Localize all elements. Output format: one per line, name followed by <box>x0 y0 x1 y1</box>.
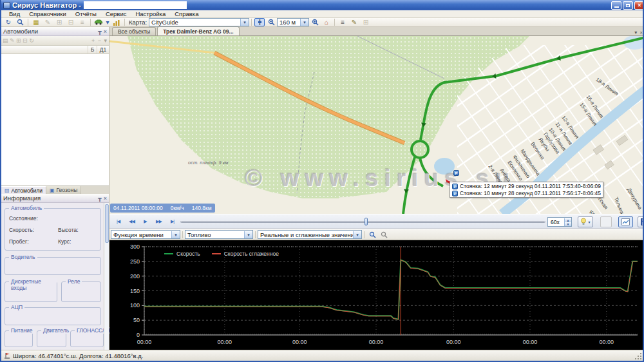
menu-servis[interactable]: Сервис <box>102 10 131 17</box>
field-state: Состояние: <box>9 215 38 222</box>
edit-icon[interactable]: ✎ <box>43 18 53 26</box>
chart-controls: Функция времени ▾ Топливо ▾ Реальные и с… <box>109 229 644 240</box>
speed-spinner[interactable]: 60x ▲ ▼ <box>547 217 572 227</box>
save-button[interactable] <box>638 216 644 227</box>
legend-list-icon[interactable]: ≡ <box>337 18 348 26</box>
zoom-out-icon[interactable] <box>266 18 276 26</box>
tab-all-objects[interactable]: Все объекты <box>112 27 156 35</box>
info-panel-title: Информация <box>3 195 41 202</box>
step-first-icon[interactable]: |◀ <box>112 216 124 227</box>
vehicles-panel-title: Автомобили <box>3 28 38 35</box>
chart-toggle-button[interactable] <box>618 216 633 227</box>
chart-mode-combobox[interactable]: Функция времени ▾ <box>111 230 180 239</box>
disabled-button <box>600 216 612 227</box>
remove-icon[interactable]: − <box>98 37 102 44</box>
status-bar: Широта: 46.47401°с.ш. Долгота: 41.48016°… <box>1 350 643 361</box>
group-adc-title: АЦП <box>9 304 24 310</box>
parking-icon: P <box>452 191 458 196</box>
search-icon[interactable] <box>15 18 25 26</box>
refresh-icon[interactable]: ↻ <box>3 18 14 26</box>
timeline-slider-handle[interactable] <box>365 218 368 225</box>
column-d1[interactable]: Д1 <box>97 46 109 53</box>
remove-row-icon[interactable]: ⊟ <box>66 18 76 26</box>
group-engine-title: Двигатель <box>41 327 71 334</box>
column-b[interactable]: Б <box>88 46 97 53</box>
tab-close-icon[interactable]: × <box>639 30 643 35</box>
add-row-icon[interactable]: ⊞ <box>54 18 64 26</box>
column-name[interactable] <box>1 46 88 53</box>
zoom-slider-icon[interactable] <box>254 18 265 26</box>
list-icon[interactable]: ≡ <box>77 18 88 26</box>
info-pin-icon[interactable]: ┳ <box>98 195 101 202</box>
parking-icon[interactable]: P <box>453 170 459 176</box>
info-scrollbar[interactable] <box>104 203 109 351</box>
left-panel-tabs: ▤ Автомобили ▣ Геозоны <box>1 186 109 194</box>
chart-values-arrow[interactable]: ▾ <box>353 231 361 238</box>
rewind-icon[interactable]: ◀◀ <box>126 216 138 227</box>
menu-spravka[interactable]: Справка <box>171 10 202 17</box>
svg-text:0: 0 <box>137 332 140 338</box>
close-button[interactable]: × <box>634 1 644 10</box>
tab-geozones[interactable]: ▣ Геозоны <box>46 186 81 194</box>
pin-icon[interactable]: ┳ <box>98 28 101 35</box>
chart-zoom-out-icon[interactable] <box>379 231 389 239</box>
lamp-button[interactable]: ▾ <box>578 216 593 227</box>
chart-param-combobox[interactable]: Топливо ▾ <box>185 230 253 239</box>
chart-mode-arrow[interactable]: ▾ <box>171 231 180 238</box>
table-icon[interactable]: ▦ <box>31 18 41 26</box>
street-label: Демурина <box>626 187 643 211</box>
app-window: Сириус Навигатор - × Вид Справочники Отч… <box>0 0 644 362</box>
home-icon[interactable]: ⌂ <box>321 18 332 26</box>
map-combobox[interactable]: CityGuide ▾ <box>149 18 249 26</box>
resize-grip[interactable] <box>634 352 642 360</box>
menu-nastroyka[interactable]: Настройка <box>131 10 169 17</box>
tab-vehicles[interactable]: ▤ Автомобили <box>1 186 46 194</box>
group-relay-title: Реле <box>66 278 82 285</box>
vehicles-list[interactable] <box>1 54 109 186</box>
svg-text:00:00: 00:00 <box>446 339 461 345</box>
add-icon[interactable]: + <box>91 37 95 44</box>
zoom-in-icon[interactable] <box>310 18 320 26</box>
group-power-title: Питание <box>9 327 35 334</box>
minimize-button[interactable] <box>611 1 621 10</box>
menu-otchety[interactable]: Отчёты <box>71 10 100 17</box>
group-discrete-title: Дискретные входы <box>9 278 57 291</box>
map-combo-arrow[interactable]: ▾ <box>240 19 249 26</box>
vehicle-icon[interactable] <box>93 18 104 26</box>
restore-button[interactable] <box>623 1 633 10</box>
panel-close-icon[interactable]: × <box>104 28 107 35</box>
lamp-dropdown-icon[interactable]: ▾ <box>588 220 590 224</box>
fast-forward-icon[interactable]: ▶▶ <box>153 216 165 227</box>
vehicle-dropdown-icon[interactable]: ▾ <box>105 18 110 26</box>
svg-text:00:00: 00:00 <box>369 339 384 345</box>
svg-text:200: 200 <box>130 273 140 280</box>
speed-chart[interactable]: 05010015020025030000:0000:0000:0000:0000… <box>109 240 644 351</box>
more-dropdown-icon[interactable]: ▾ <box>104 37 108 44</box>
menu-vid[interactable]: Вид <box>5 10 24 17</box>
spin-down-icon[interactable]: ▼ <box>565 222 571 226</box>
window-title: Сириус Навигатор - <box>12 1 81 9</box>
redacted-title-area <box>84 1 187 9</box>
chart-param-arrow[interactable]: ▾ <box>244 231 252 238</box>
notes-icon[interactable]: ✎ <box>349 18 359 26</box>
scale-combo-arrow[interactable]: ▾ <box>300 19 308 26</box>
tabs-dropdown-icon[interactable]: ▾ <box>634 30 637 35</box>
coordinates-icon <box>4 352 10 359</box>
playback-bar: |◀ ◀◀ ▶ ▶▶ ▶| 60x ▲ ▼ ▾ <box>109 214 644 229</box>
map-combo-label: Карта: <box>129 19 147 26</box>
chart-zoom-in-icon[interactable] <box>367 231 377 239</box>
scale-combobox[interactable]: 160 м ▾ <box>277 18 309 26</box>
badge-distance: 140.8км <box>192 205 212 211</box>
menu-spravochniki[interactable]: Справочники <box>25 10 70 17</box>
svg-text:00:00: 00:00 <box>292 339 307 345</box>
step-last-icon[interactable]: ▶| <box>166 216 178 227</box>
bar-chart-icon[interactable] <box>111 18 122 26</box>
svg-text:150: 150 <box>130 288 140 294</box>
play-icon[interactable]: ▶ <box>139 216 151 227</box>
timeline-slider[interactable] <box>180 221 545 223</box>
map-canvas[interactable]: © www.sirius.su ост. платф. 9 км 18-я Ли… <box>109 36 644 214</box>
field-height: Высота: <box>58 227 79 233</box>
chart-values-combobox[interactable]: Реальные и сглаженные значени ▾ <box>258 230 362 239</box>
tab-track[interactable]: Трек Daimler-Benz AG 09... <box>157 26 239 35</box>
info-close-icon[interactable]: × <box>104 195 107 202</box>
